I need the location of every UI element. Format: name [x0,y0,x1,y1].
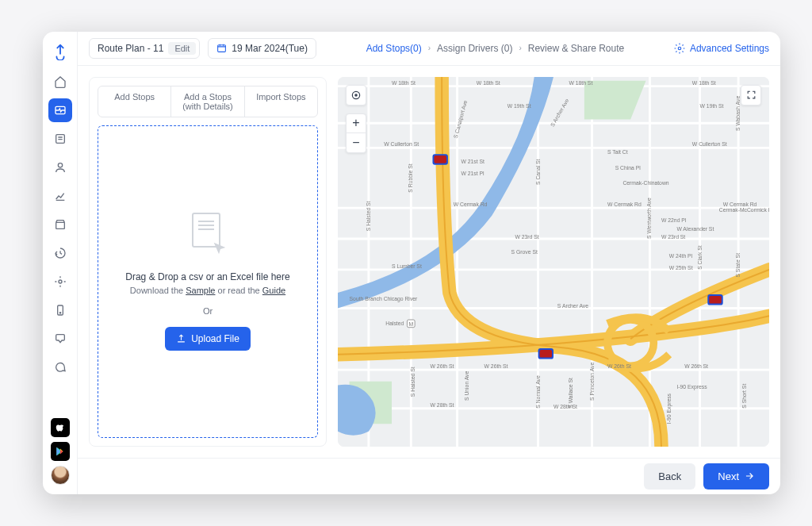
nav-chat-icon[interactable] [48,355,72,379]
svg-text:S State St: S State St [735,252,741,277]
file-dropzone[interactable]: Drag & Drop a csv or an Excel file here … [98,125,318,438]
svg-point-8 [678,47,681,50]
svg-text:S Archer Ave: S Archer Ave [557,303,588,309]
breadcrumb-review-share[interactable]: Review & Share Route [528,43,624,54]
svg-point-6 [59,313,60,313]
svg-text:W 25th St: W 25th St [669,264,693,270]
nav-store-icon[interactable] [48,213,72,236]
dropzone-or: Or [203,306,213,316]
svg-text:S Normal Ave: S Normal Ave [535,375,541,409]
tab-add-stops[interactable]: Add Stops [98,86,171,117]
date-label: 19 Mar 2024(Tue) [232,43,308,54]
svg-text:W 26th St: W 26th St [485,363,508,369]
map-locate-button[interactable] [346,85,366,106]
svg-text:Halsted: Halsted [385,320,404,325]
file-upload-icon [184,213,232,260]
svg-text:W 18th St: W 18th St [569,79,592,85]
svg-text:W 26th St: W 26th St [431,363,454,369]
user-avatar[interactable] [51,466,70,485]
svg-text:S Halsted St: S Halsted St [410,367,416,397]
zoom-out-button[interactable]: − [346,133,366,152]
svg-text:I-90 Express: I-90 Express [666,393,672,424]
apple-store-badge[interactable] [51,418,70,437]
svg-text:S Princeton Ave: S Princeton Ave [589,362,595,400]
svg-text:South Branch Chicago River: South Branch Chicago River [350,295,418,301]
route-plan-title: Route Plan - 11 [98,43,163,54]
route-plan-chip: Route Plan - 11 Edit [89,38,200,59]
svg-text:I-90 Express: I-90 Express [676,384,707,390]
guide-link[interactable]: Guide [262,286,285,295]
svg-text:W 23rd St: W 23rd St [515,234,538,240]
edit-plan-button[interactable]: Edit [168,42,196,55]
svg-text:S Halsted St: S Halsted St [366,201,371,231]
nav-help-icon[interactable] [48,327,72,351]
upload-file-label: Upload File [191,333,239,344]
upload-file-button[interactable]: Upload File [165,327,251,351]
play-store-badge[interactable] [51,442,70,461]
app-logo [50,41,71,62]
nav-device-icon[interactable] [48,298,72,322]
svg-point-2 [58,163,62,167]
arrow-right-icon [744,470,755,482]
sample-link[interactable]: Sample [186,286,215,295]
svg-text:S Union Ave: S Union Ave [464,371,469,401]
chevron-right-icon: › [428,44,431,52]
upload-icon [176,333,186,344]
stops-tabs: Add Stops Add a Stops (with Details) Imp… [98,86,318,117]
nav-user-icon[interactable] [48,155,72,179]
svg-text:W 19th St: W 19th St [700,102,724,108]
svg-text:S Tait Ct: S Tait Ct [607,149,628,155]
svg-text:W 21st Pl: W 21st Pl [461,171,485,176]
workflow-breadcrumbs: Add Stops(0) › Assign Drivers (0) › Revi… [324,43,666,54]
svg-text:W 24th Pl: W 24th Pl [669,253,693,259]
svg-point-90 [355,94,357,95]
gear-icon [674,43,685,54]
svg-point-4 [59,280,62,283]
zoom-in-button[interactable]: + [346,114,366,133]
svg-text:S China Pl: S China Pl [615,164,642,170]
tab-add-stops-details[interactable]: Add a Stops (with Details) [171,86,244,117]
back-button[interactable]: Back [644,463,695,490]
svg-text:M: M [408,321,413,326]
advanced-settings-button[interactable]: Advanced Settings [674,43,769,54]
svg-text:W 18th St: W 18th St [477,79,500,85]
svg-text:Cermak-McCormick Place: Cermak-McCormick Place [719,207,769,213]
advanced-settings-label: Advanced Settings [690,43,769,54]
svg-rect-3 [56,222,64,228]
locate-icon [350,90,362,101]
svg-text:W Alexander St: W Alexander St [676,226,714,232]
svg-text:W 28th St: W 28th St [431,401,454,407]
svg-text:S Wentworth Ave: S Wentworth Ave [646,197,652,238]
svg-text:W 22nd Pl: W 22nd Pl [661,217,687,222]
fullscreen-icon [746,90,756,100]
dropzone-help-text: Download the Sample or read the Guide [130,286,285,295]
svg-rect-33 [540,349,553,357]
nav-list-icon[interactable] [48,127,72,151]
date-picker[interactable]: 19 Mar 2024(Tue) [208,38,316,59]
next-button-label: Next [718,470,739,482]
map-view[interactable]: M W 18th St W 18th St W 18th St W 18th S… [338,77,769,447]
breadcrumb-add-stops[interactable]: Add Stops(0) [366,43,422,54]
map-fullscreen-button[interactable] [741,85,761,106]
svg-text:W 19th St: W 19th St [508,102,531,108]
svg-text:S Lumber St: S Lumber St [392,263,422,269]
svg-text:W 21st St: W 21st St [461,158,485,163]
svg-text:W Cullerton St: W Cullerton St [384,141,419,147]
nav-history-icon[interactable] [48,241,72,265]
nav-analytics-icon[interactable] [48,184,72,208]
svg-text:Cermak-Chinatown: Cermak-Chinatown [622,180,668,186]
svg-text:W Cullerton St: W Cullerton St [692,141,727,147]
nav-home-icon[interactable] [48,70,72,94]
nav-target-icon[interactable] [48,270,72,294]
next-button[interactable]: Next [703,463,769,490]
tab-import-stops[interactable]: Import Stops [245,86,317,117]
svg-text:S Wallace St: S Wallace St [568,378,573,409]
svg-rect-9 [338,77,769,447]
stops-panel: Add Stops Add a Stops (with Details) Imp… [89,77,327,447]
nav-routes-icon[interactable] [48,98,72,122]
breadcrumb-assign-drivers[interactable]: Assign Drivers (0) [437,43,512,54]
svg-text:S Short St: S Short St [741,383,747,408]
svg-text:W 18th St: W 18th St [692,79,716,85]
svg-text:S Rubble St: S Rubble St [408,163,413,192]
svg-text:W Cermak Rd: W Cermak Rd [454,202,488,207]
